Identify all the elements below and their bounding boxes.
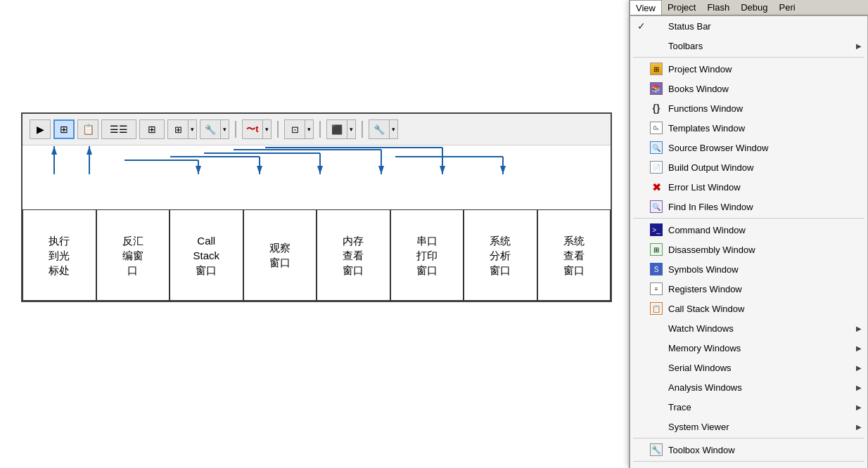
separator-4 [633, 461, 864, 462]
menu-item-periodic-window-update[interactable]: Periodic Window Update [630, 463, 867, 468]
toolbar-btn-trace[interactable]: 〜t ▾ [242, 119, 272, 139]
separator2 [277, 121, 279, 138]
toolbar-btn-grid[interactable]: ⊞ ▾ [167, 119, 197, 139]
system-viewer-icon [649, 420, 664, 434]
wrench-main: 🔧 [369, 119, 389, 139]
menu-item-serial-windows[interactable]: Serial Windows ▶ [630, 358, 867, 377]
sysviewer-icon: ⊡ [291, 124, 299, 135]
label-sysviewer: 系统查看窗口 [537, 209, 611, 301]
menu-item-watch-windows[interactable]: Watch Windows ▶ [630, 318, 867, 338]
statusbar-icon [649, 19, 664, 33]
toolbar-btn-callstack[interactable]: 📋 [77, 119, 98, 139]
menu-item-books-window[interactable]: 📚 Books Window [630, 79, 867, 98]
grid-main: ⊞ [168, 119, 188, 139]
memory-icon: ⊞ [148, 124, 156, 135]
menu-item-trace[interactable]: Trace ▶ [630, 397, 867, 417]
menubar-flash[interactable]: Flash [701, 0, 735, 15]
label-serial: 串口打印窗口 [390, 209, 464, 301]
find-in-files-window-icon: 🔍 [649, 200, 664, 214]
menu-item-disassembly-window[interactable]: ⊞ Disassembly Window [630, 240, 867, 259]
labels-row: 执行到光标处 反汇编窗口 CallStack窗口 观察窗口 内存查看窗口 串口打… [23, 209, 611, 301]
icon-cmd: >_ [650, 223, 663, 236]
icon-browser: 🔍 [650, 141, 663, 154]
separator-3 [633, 438, 864, 438]
sysviewer-main: ⊡ [285, 119, 305, 139]
wrench-arrow[interactable]: ▾ [389, 119, 397, 139]
analysis-submenu-arrow: ▶ [856, 384, 862, 391]
menu-item-call-stack-window[interactable]: 📋 Call Stack Window [630, 299, 867, 318]
system-viewer-submenu-arrow: ▶ [856, 423, 862, 431]
memory-submenu-arrow: ▶ [856, 344, 862, 352]
toolbox-window-icon: 🔧 [649, 443, 664, 457]
menu-item-find-in-files-window[interactable]: 🔍 Find In Files Window [630, 197, 867, 216]
label-execute: 执行到光标处 [23, 209, 96, 301]
toolbar-btn-analysis[interactable]: 🔧 ▾ [200, 119, 229, 139]
svg-marker-6 [196, 166, 201, 174]
functions-window-icon: {} [649, 101, 664, 115]
sysviewer-arrow[interactable]: ▾ [305, 119, 313, 139]
label-memory: 内存查看窗口 [317, 209, 390, 301]
menu-item-project-window[interactable]: ⊞ Project Window [630, 59, 867, 79]
toolbar-btn-disasm[interactable]: ⊞ [53, 119, 75, 139]
label-disasm: 反汇编窗口 [96, 209, 170, 301]
books-window-icon: 📚 [649, 82, 664, 96]
registers-window-icon: ≡ [649, 282, 664, 296]
analysis-arrow[interactable]: ▾ [220, 119, 229, 139]
project-window-icon: ⊞ [649, 62, 664, 76]
dropdown-menu: ✓ Status Bar Toolbars ▶ ⊞ Project Window… [630, 15, 868, 468]
toolbar-btn-sysviewer[interactable]: ⊡ ▾ [284, 119, 314, 139]
toolbar-btn-wrench[interactable]: 🔧 ▾ [369, 119, 398, 139]
watch-submenu-arrow: ▶ [856, 325, 862, 332]
toolbar-btn-execute[interactable]: ▶ [30, 119, 51, 139]
grid-arrow[interactable]: ▾ [188, 119, 196, 139]
menu-item-toolbars[interactable]: Toolbars ▶ [630, 36, 867, 56]
menu-item-functions-window[interactable]: {} Functions Window [630, 98, 867, 118]
symbols-window-icon: S [649, 262, 664, 276]
menu-item-registers-window[interactable]: ≡ Registers Window [630, 279, 867, 299]
menubar-view[interactable]: View [630, 0, 662, 15]
icon-callstack: 📋 [650, 302, 663, 315]
analysis-windows-icon [649, 380, 664, 394]
icon-books: 📚 [650, 82, 663, 95]
trace-submenu-arrow: ▶ [856, 403, 862, 411]
toolbar-btn-watch[interactable]: ☰☰ [101, 119, 136, 139]
menu-item-build-output-window[interactable]: 📄 Build Output Window [630, 157, 867, 177]
menubar-peri[interactable]: Peri [774, 0, 801, 15]
menu-item-symbols-window[interactable]: S Symbols Window [630, 259, 867, 279]
menu-item-analysis-windows[interactable]: Analysis Windows ▶ [630, 377, 867, 397]
menu-item-toolbox-window[interactable]: 🔧 Toolbox Window [630, 440, 867, 460]
icon-build: 📄 [650, 161, 663, 174]
analysis-icon: 🔧 [205, 124, 216, 135]
memory-windows-icon [649, 341, 664, 355]
toolbar-row: ▶ ⊞ 📋 ☰☰ ⊞ ⊞ ▾ 🔧 ▾ [23, 114, 611, 145]
menu-item-system-viewer[interactable]: System Viewer ▶ [630, 417, 867, 436]
icon-project: ⊞ [650, 63, 663, 75]
menu-item-memory-windows[interactable]: Memory Windows ▶ [630, 338, 867, 358]
separator-1 [633, 57, 864, 58]
menu-item-statusbar[interactable]: ✓ Status Bar [630, 16, 867, 36]
menu-item-command-window[interactable]: >_ Command Window [630, 220, 867, 240]
trace-arrow[interactable]: ▾ [262, 119, 271, 139]
menubar-project[interactable]: Project [662, 0, 701, 15]
toolbar-btn-chip[interactable]: ⬛ ▾ [326, 119, 356, 139]
icon-find: 🔍 [650, 200, 663, 213]
menu-item-error-list-window[interactable]: ✖ Error List Window [630, 177, 867, 197]
menu-item-source-browser-window[interactable]: 🔍 Source Browser Window [630, 138, 867, 157]
error-list-window-icon: ✖ [649, 180, 664, 194]
label-callstack: CallStack窗口 [170, 209, 243, 301]
checkmark-icon: ✓ [634, 20, 649, 32]
menubar-debug[interactable]: Debug [735, 0, 773, 15]
trace-icon: 〜t [246, 123, 258, 136]
chip-arrow[interactable]: ▾ [347, 119, 355, 139]
chip-icon: ⬛ [331, 124, 343, 135]
svg-marker-18 [440, 166, 445, 174]
icon-functions: {} [650, 102, 663, 115]
menu-item-templates-window[interactable]: 0ₐ Templates Window [630, 118, 867, 138]
separator3 [319, 121, 321, 138]
templates-window-icon: 0ₐ [649, 121, 664, 135]
toolbar-btn-memory[interactable]: ⊞ [139, 119, 165, 139]
icon-error: ✖ [650, 181, 663, 193]
svg-marker-1 [51, 146, 57, 155]
build-output-window-icon: 📄 [649, 160, 664, 174]
toolbars-submenu-arrow: ▶ [856, 42, 862, 50]
